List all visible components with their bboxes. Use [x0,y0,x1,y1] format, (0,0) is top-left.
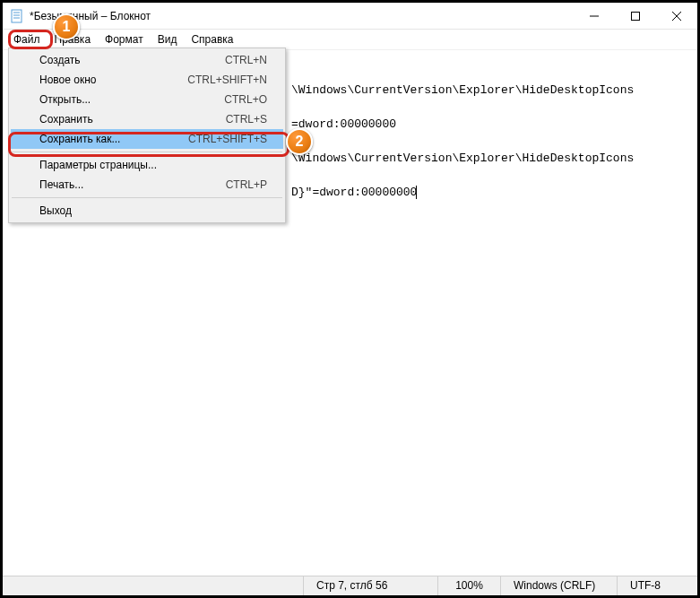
menu-format[interactable]: Формат [98,31,151,48]
menu-item-save[interactable]: Сохранить CTRL+S [11,109,283,129]
status-eol: Windows (CRLF) [500,576,617,595]
text-caret [416,186,417,199]
menu-item-open[interactable]: Открыть... CTRL+O [11,90,283,109]
text-line: =dword:00000000 [291,117,396,131]
menu-item-print[interactable]: Печать... CTRL+P [11,175,283,195]
window-title: *Безымянный – Блокнот [30,10,574,22]
menu-item-page-setup[interactable]: Параметры страницы... [11,155,283,175]
annotation-badge: 2 [286,128,313,155]
close-button[interactable] [656,3,697,29]
text-line: \Windows\CurrentVersion\Explorer\HideDes… [291,83,634,97]
menu-item-new[interactable]: Создать CTRL+N [11,50,283,70]
menu-view[interactable]: Вид [151,31,185,48]
menu-help[interactable]: Справка [184,31,240,48]
minimize-button[interactable] [574,3,615,29]
menu-item-exit[interactable]: Выход [11,201,283,221]
status-position: Стр 7, стлб 56 [303,576,437,595]
status-zoom: 100% [437,576,500,595]
text-line: \Windows\CurrentVersion\Explorer\HideDes… [291,152,634,165]
titlebar: *Безымянный – Блокнот [3,3,697,30]
text-line: D}"=dword:00000000 [291,186,417,199]
svg-rect-0 [12,10,22,22]
statusbar: Стр 7, стлб 56 100% Windows (CRLF) UTF-8 [3,576,697,595]
notepad-icon [10,9,24,23]
menu-separator [12,197,282,198]
maximize-button[interactable] [615,3,656,29]
annotation-badge: 1 [53,13,80,40]
svg-rect-5 [632,12,640,20]
status-encoding: UTF-8 [617,576,697,595]
menu-item-new-window[interactable]: Новое окно CTRL+SHIFT+N [11,70,283,90]
